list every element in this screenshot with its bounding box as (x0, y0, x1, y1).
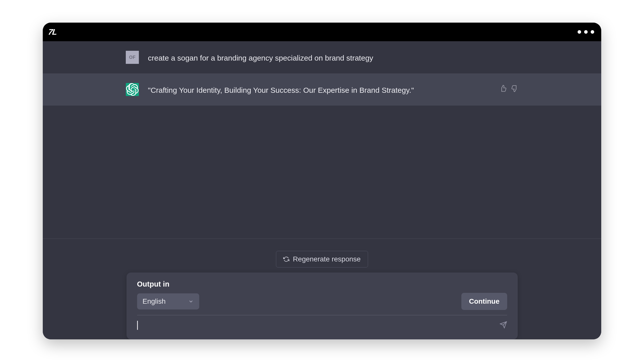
chat-spacer (43, 106, 601, 239)
chat-area: OF create a sogan for a branding agency … (43, 41, 601, 339)
send-button[interactable] (500, 321, 507, 330)
input-card: Output in English Continue (127, 273, 518, 339)
user-message-row: OF create a sogan for a branding agency … (43, 41, 601, 73)
window-controls[interactable] (578, 30, 594, 34)
refresh-icon (283, 256, 289, 262)
text-cursor (137, 321, 138, 330)
assistant-avatar (126, 83, 139, 96)
bottom-panel: Regenerate response Output in English Co… (43, 239, 601, 339)
language-selected: English (143, 297, 166, 305)
assistant-message-row: "Crafting Your Identity, Building Your S… (43, 73, 601, 106)
continue-button[interactable]: Continue (461, 293, 507, 310)
app-window: 7L OF create a sogan for a branding agen… (43, 23, 601, 339)
openai-logo-icon (126, 83, 139, 96)
chevron-down-icon (188, 299, 194, 304)
thumbs-up-icon[interactable] (500, 85, 507, 92)
user-avatar: OF (126, 51, 139, 64)
send-icon (500, 321, 507, 329)
output-label: Output in (137, 280, 507, 288)
message-input[interactable] (143, 321, 495, 329)
regenerate-button[interactable]: Regenerate response (276, 251, 368, 267)
feedback-buttons (500, 83, 518, 92)
thumbs-down-icon[interactable] (511, 85, 518, 92)
user-message-text: create a sogan for a branding agency spe… (148, 51, 518, 64)
window-dot-icon[interactable] (578, 30, 581, 34)
regenerate-label: Regenerate response (293, 255, 360, 263)
assistant-message-text: "Crafting Your Identity, Building Your S… (148, 83, 491, 96)
language-select[interactable]: English (137, 293, 199, 309)
titlebar: 7L (43, 23, 601, 41)
app-logo: 7L (48, 27, 57, 37)
message-input-row[interactable] (137, 315, 507, 335)
window-dot-icon[interactable] (584, 30, 588, 34)
window-dot-icon[interactable] (591, 30, 594, 34)
